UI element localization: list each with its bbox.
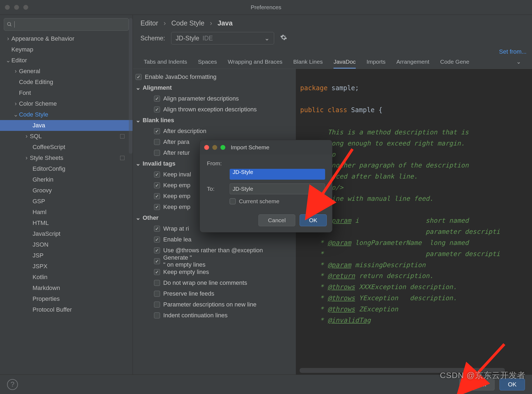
tab[interactable]: Wrapping and Braces (228, 59, 283, 69)
current-scheme-checkbox[interactable] (230, 198, 236, 204)
close-icon[interactable] (5, 5, 10, 10)
sidebar-item-label: CoffeeScript (33, 142, 65, 153)
option-label: Align parameter descriptions (163, 95, 239, 102)
tab[interactable]: Spaces (198, 59, 217, 69)
tab[interactable]: Code Gene (440, 59, 469, 69)
option-label: Generate "" on empty lines (163, 254, 206, 268)
sidebar-item[interactable]: ›Color Scheme (0, 98, 133, 109)
checkbox[interactable] (154, 312, 160, 318)
sidebar-item[interactable]: Properties (0, 293, 133, 304)
option-label: Preserve line feeds (163, 290, 214, 297)
checkbox[interactable] (154, 269, 160, 275)
option-label: After para (163, 138, 190, 146)
crumb-editor[interactable]: Editor (140, 19, 158, 27)
scrollbar[interactable] (129, 18, 133, 154)
dialog-ok-button[interactable]: OK (300, 214, 327, 226)
tab[interactable]: Imports (367, 59, 386, 69)
set-from-link[interactable]: Set from... (499, 48, 527, 55)
option-label: Enable JavaDoc formatting (145, 73, 216, 80)
search-input[interactable] (4, 18, 129, 31)
checkbox[interactable] (154, 237, 160, 243)
sidebar-item-label: Keymap (11, 44, 33, 55)
checkbox[interactable] (154, 204, 160, 210)
close-icon[interactable] (204, 145, 209, 150)
chevron-down-icon[interactable]: ⌄ (136, 214, 140, 221)
scheme-select[interactable]: JD-Style IDE ⌄ (171, 32, 274, 44)
sidebar-item[interactable]: ›Style Sheets (0, 153, 133, 163)
checkbox[interactable] (154, 291, 160, 297)
sidebar-item[interactable]: Java (0, 120, 133, 131)
sidebar-item[interactable]: ›SQL (0, 131, 133, 142)
sidebar-item[interactable]: Gherkin (0, 174, 133, 185)
tabs[interactable]: Tabs and IndentsSpacesWrapping and Brace… (133, 55, 532, 69)
sidebar-item-label: GSP (33, 196, 45, 207)
checkbox[interactable] (154, 182, 160, 188)
sidebar-item[interactable]: GSP (0, 196, 133, 207)
checkbox[interactable] (154, 139, 160, 145)
current-scheme-label: Current scheme (239, 198, 279, 205)
tab[interactable]: Arrangement (396, 59, 429, 69)
sidebar-item[interactable]: Kotlin (0, 272, 133, 283)
option-label: Align thrown exception descriptions (163, 106, 257, 113)
checkbox[interactable] (154, 172, 160, 177)
sidebar-item-label: Haml (33, 207, 46, 218)
titlebar: Preferences (0, 0, 532, 15)
window-controls[interactable] (5, 5, 28, 10)
zoom-icon[interactable] (23, 5, 28, 10)
checkbox[interactable] (154, 280, 160, 286)
window-title: Preferences (251, 4, 281, 11)
sidebar-item[interactable]: Markdown (0, 283, 133, 293)
sidebar-item[interactable]: JSON (0, 239, 133, 250)
crumb-codestyle[interactable]: Code Style (171, 19, 204, 27)
dialog-cancel-button[interactable]: Cancel (258, 214, 295, 226)
minimize-icon[interactable] (14, 5, 19, 10)
checkbox[interactable] (154, 128, 160, 134)
checkbox[interactable] (154, 150, 160, 156)
sidebar-item[interactable]: JavaScript (0, 228, 133, 239)
sidebar-item[interactable]: JSPX (0, 261, 133, 272)
checkbox[interactable] (154, 258, 160, 264)
dialog-titlebar[interactable]: Import Scheme (200, 140, 332, 155)
chevron-down-icon[interactable]: ⌄ (136, 160, 140, 167)
sidebar-item[interactable]: JSP (0, 250, 133, 261)
sidebar-item[interactable]: Keymap (0, 44, 133, 55)
to-input[interactable] (230, 183, 325, 194)
group-title: Alignment (143, 84, 172, 91)
sidebar-item[interactable]: ⌄Editor (0, 55, 133, 66)
sidebar-item[interactable]: Protocol Buffer (0, 304, 133, 315)
sidebar-item[interactable]: CoffeeScript (0, 142, 133, 153)
tab[interactable]: Blank Lines (293, 59, 323, 69)
checkbox[interactable] (154, 193, 160, 199)
zoom-icon[interactable] (220, 145, 225, 150)
checkbox[interactable] (154, 302, 160, 308)
sidebar-item[interactable]: ›Appearance & Behavior (0, 33, 133, 44)
from-select[interactable]: JD-Style (230, 169, 325, 180)
sidebar-item[interactable]: ›General (0, 66, 133, 77)
sidebar-item[interactable]: Haml (0, 207, 133, 218)
checkbox[interactable] (136, 74, 142, 80)
option-label: Keep emp (163, 193, 190, 200)
sidebar-item-label: Code Editing (19, 77, 53, 88)
sidebar-item-label: JavaScript (33, 228, 60, 239)
sidebar-item-label: HTML (33, 218, 49, 228)
checkbox[interactable] (154, 106, 160, 112)
sidebar-item[interactable]: Code Editing (0, 77, 133, 88)
sidebar-item-label: General (19, 66, 40, 77)
settings-tree[interactable]: ›Appearance & BehaviorKeymap⌄Editor›Gene… (0, 33, 133, 315)
checkbox[interactable] (154, 247, 160, 253)
sidebar-item[interactable]: Groovy (0, 185, 133, 196)
checkbox[interactable] (154, 226, 160, 232)
gear-icon[interactable] (280, 34, 287, 43)
sidebar-item[interactable]: ⌄Code Style (0, 109, 133, 120)
sidebar-item[interactable]: Font (0, 88, 133, 98)
tab[interactable]: Tabs and Indents (144, 59, 187, 69)
option-label: Keep empty lines (163, 269, 209, 276)
checkbox[interactable] (154, 96, 160, 102)
tab[interactable]: JavaDoc (334, 59, 356, 69)
help-button[interactable]: ? (7, 379, 18, 390)
chevron-down-icon[interactable]: ⌄ (136, 84, 140, 91)
sidebar-item[interactable]: HTML (0, 218, 133, 228)
sidebar-item[interactable]: EditorConfig (0, 163, 133, 174)
tabs-overflow-icon[interactable]: ⌄ (516, 59, 521, 69)
chevron-down-icon[interactable]: ⌄ (136, 117, 140, 124)
